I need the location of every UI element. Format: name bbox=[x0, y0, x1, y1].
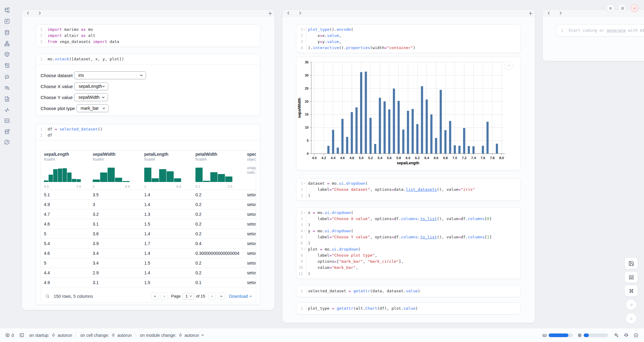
connection-status-icon[interactable] bbox=[633, 333, 639, 338]
table-row[interactable]: 4.42.91.40.2setosa bbox=[41, 268, 256, 277]
first-page-button[interactable]: « bbox=[151, 293, 159, 300]
column-name[interactable]: petalLength bbox=[144, 152, 181, 157]
code-editor[interactable]: 1mo.vstack([dataset, x, y, plot]) bbox=[36, 54, 260, 64]
table-row[interactable]: 53.41.50.2setosa bbox=[41, 258, 256, 268]
dropdown-select[interactable]: mark_bar bbox=[77, 104, 109, 112]
svg-text:7.4: 7.4 bbox=[471, 156, 476, 160]
errors-icon[interactable] bbox=[5, 333, 10, 338]
panel-next-icon[interactable] bbox=[298, 11, 302, 16]
column-name[interactable]: sepalLength bbox=[44, 152, 81, 157]
column-histogram[interactable] bbox=[195, 165, 232, 182]
sidebar-activity-icon[interactable] bbox=[4, 107, 10, 113]
search-icon[interactable] bbox=[45, 294, 50, 299]
add-cell-icon[interactable] bbox=[528, 11, 533, 16]
sidebar-scroll-text-icon[interactable] bbox=[4, 62, 10, 69]
column-max: 6.9 bbox=[177, 185, 181, 188]
page-label: Page bbox=[171, 294, 181, 298]
table-row[interactable]: 4.63.11.50.2setosa bbox=[41, 219, 256, 229]
sidebar-file-text-icon[interactable] bbox=[4, 96, 10, 102]
config-value: autorun bbox=[58, 333, 72, 338]
code-editor[interactable]: 1selected_dataset = getattr(data, datase… bbox=[296, 285, 521, 297]
stop-button[interactable] bbox=[626, 299, 637, 310]
table-row[interactable]: 4.73.21.30.2setosa bbox=[41, 209, 256, 219]
panel-prev-icon[interactable] bbox=[26, 11, 30, 16]
copilot-icon[interactable] bbox=[623, 332, 629, 338]
svg-text:7.6: 7.6 bbox=[481, 156, 485, 160]
fold-icon[interactable] bbox=[303, 230, 306, 233]
fold-icon[interactable] bbox=[303, 211, 306, 214]
sidebar-list-search-icon[interactable] bbox=[4, 85, 10, 91]
svg-text:15: 15 bbox=[305, 112, 309, 116]
table-row[interactable]: 53.61.40.2setosa bbox=[41, 229, 256, 238]
next-page-button[interactable]: › bbox=[208, 293, 216, 300]
sidebar-bot-message-icon[interactable] bbox=[4, 74, 10, 80]
fold-icon[interactable] bbox=[303, 248, 306, 251]
command-button[interactable] bbox=[624, 285, 638, 297]
fold-icon[interactable] bbox=[303, 182, 306, 185]
code-cell: 123dataset = mo.ui.dropdown( label="Choo… bbox=[296, 178, 521, 201]
code-editor[interactable]: 1Start coding or generate with AI bbox=[557, 25, 644, 36]
code-editor[interactable]: 123dataset = mo.ui.dropdown( label="Choo… bbox=[296, 179, 521, 201]
settings-button[interactable] bbox=[618, 4, 626, 12]
ai-sparkles-icon[interactable] bbox=[613, 332, 619, 338]
dropdown-select[interactable]: iris bbox=[74, 71, 146, 79]
play-button[interactable] bbox=[626, 313, 637, 324]
chevron-down-icon bbox=[201, 333, 204, 337]
sidebar-workflow-icon[interactable] bbox=[4, 41, 10, 47]
layout-button[interactable] bbox=[624, 271, 638, 283]
code-editor[interactable]: 12df = selected_dataset()df bbox=[36, 124, 260, 140]
panel-prev-icon[interactable] bbox=[286, 11, 291, 16]
column-name[interactable]: species bbox=[247, 152, 256, 157]
close-button[interactable] bbox=[631, 4, 639, 12]
table-row[interactable]: 5.13.51.40.2setosa bbox=[41, 190, 256, 199]
sidebar-package-icon[interactable] bbox=[4, 51, 10, 57]
sidebar-notebook-pen-icon[interactable] bbox=[4, 129, 10, 135]
table-row[interactable]: 4.63.41.40.30000000000000004setosa bbox=[41, 248, 256, 258]
page-of-label: of 15 bbox=[196, 294, 205, 298]
chevron-down-icon bbox=[249, 295, 252, 298]
code-editor[interactable]: 1plot_type = getattr(alt.Chart(df), plot… bbox=[296, 303, 521, 314]
table-row[interactable]: 4.93.11.50.1setosa bbox=[41, 277, 256, 287]
column-histogram[interactable] bbox=[93, 165, 130, 182]
code-editor[interactable]: 1234567891011x = mo.ui.dropdown( label="… bbox=[296, 208, 521, 279]
page-select[interactable]: 1 bbox=[183, 293, 194, 300]
column-histogram[interactable] bbox=[144, 165, 181, 182]
column-name[interactable]: sepalWidth bbox=[93, 152, 130, 157]
runtime-config-1[interactable]: on cell change:autorun bbox=[80, 333, 132, 338]
table-row[interactable]: 4.931.40.2setosa bbox=[41, 199, 256, 209]
code-editor[interactable]: 1234plot_type().encode( x=x.value, y=y.v… bbox=[296, 25, 521, 53]
panel-prev-icon[interactable] bbox=[546, 11, 551, 16]
sidebar-file-tree-icon[interactable] bbox=[4, 7, 10, 13]
menu-button[interactable] bbox=[606, 4, 614, 12]
dropdown-select[interactable]: sepalLength bbox=[74, 82, 108, 90]
panel-next-icon[interactable] bbox=[558, 11, 563, 16]
sidebar-code-box-icon[interactable] bbox=[4, 118, 10, 124]
dropdown-select[interactable]: sepalWidth bbox=[74, 93, 108, 101]
code-editor[interactable]: 123import marimo as moimport altair as a… bbox=[36, 25, 260, 47]
code-cell: 1plot_type = getattr(alt.Chart(df), plot… bbox=[296, 302, 521, 315]
save-button[interactable] bbox=[624, 258, 638, 269]
dropdown-value: sepalWidth bbox=[78, 95, 99, 100]
runtime-config-2[interactable]: on module change:autorun bbox=[140, 333, 204, 338]
sidebar-database-icon[interactable] bbox=[4, 30, 10, 36]
cpu-icon[interactable] bbox=[577, 333, 582, 338]
table-row[interactable]: 5.43.91.70.4setosa bbox=[41, 238, 256, 248]
column-histogram[interactable] bbox=[44, 165, 81, 182]
svg-text:20: 20 bbox=[305, 100, 309, 103]
sidebar-math-function-icon[interactable] bbox=[4, 18, 10, 24]
chart-menu-button[interactable] bbox=[505, 61, 513, 70]
line-numbers: 123 bbox=[36, 27, 46, 45]
runtime-config-0[interactable]: on startup:autorun bbox=[29, 333, 72, 338]
terminal-icon[interactable] bbox=[19, 333, 24, 338]
altair-bar-chart[interactable]: 4.04.24.44.64.85.05.25.45.65.86.06.26.46… bbox=[296, 57, 521, 172]
memory-icon[interactable] bbox=[542, 333, 547, 338]
column-name[interactable]: petalWidth bbox=[195, 152, 232, 157]
dropdown-label: Choose X value bbox=[41, 84, 73, 89]
download-button[interactable]: Download bbox=[229, 294, 252, 299]
add-cell-icon[interactable] bbox=[268, 11, 273, 16]
fold-icon[interactable] bbox=[303, 28, 306, 31]
panel-next-icon[interactable] bbox=[37, 11, 42, 16]
last-page-button[interactable]: » bbox=[218, 293, 225, 300]
sidebar-help-bubble-icon[interactable] bbox=[4, 139, 10, 145]
prev-page-button[interactable]: ‹ bbox=[161, 293, 168, 300]
